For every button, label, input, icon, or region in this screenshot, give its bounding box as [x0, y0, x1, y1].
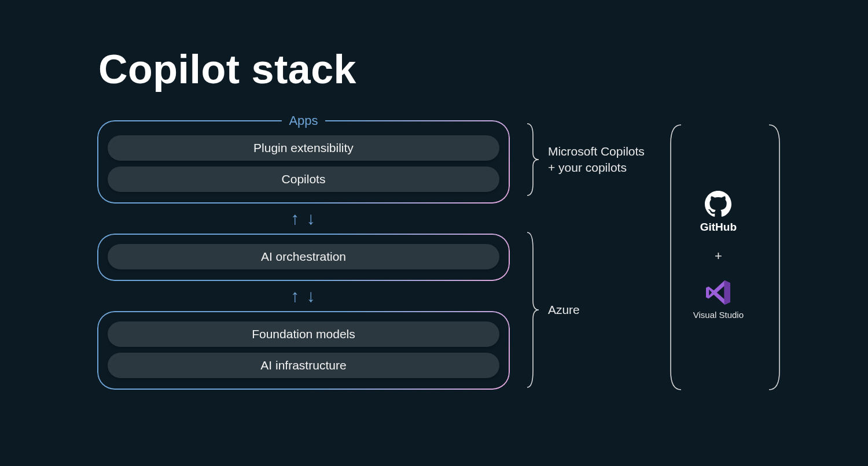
annotation-column: Microsoft Copilots + your copilots Azure: [526, 121, 644, 389]
layer-apps: Apps Plugin extensibility Copilots: [98, 121, 509, 202]
annotation-top-text: Microsoft Copilots + your copilots: [539, 143, 645, 176]
layer-orchestration: AI orchestration: [98, 235, 509, 280]
stack-column: Apps Plugin extensibility Copilots ↑ ↓ A…: [98, 121, 509, 389]
tools-column: GitHub + Visual Studio: [667, 121, 770, 389]
arrows-2: ↑ ↓: [290, 280, 316, 312]
pill-ai-infrastructure: AI infrastructure: [108, 353, 499, 378]
pill-plugin-extensibility: Plugin extensibility: [108, 135, 499, 161]
pill-foundation-models: Foundation models: [108, 321, 499, 347]
arrows-1: ↑ ↓: [290, 202, 316, 235]
brace-bottom: Azure: [526, 229, 659, 391]
tools-bracket-icon: [667, 121, 783, 393]
slide-root: Copilot stack Apps Plugin extensibility …: [0, 0, 868, 466]
annotation-bottom-text: Azure: [539, 302, 580, 318]
brace-top: Microsoft Copilots + your copilots: [526, 121, 659, 198]
diagram-stage: Apps Plugin extensibility Copilots ↑ ↓ A…: [98, 121, 770, 389]
slide-title: Copilot stack: [98, 46, 770, 93]
brace-bottom-icon: [526, 229, 539, 391]
brace-top-icon: [526, 121, 539, 198]
layer-apps-label: Apps: [282, 113, 325, 128]
layer-foundation: Foundation models AI infrastructure: [98, 312, 509, 389]
pill-copilots: Copilots: [108, 167, 499, 192]
pill-ai-orchestration: AI orchestration: [108, 244, 499, 269]
